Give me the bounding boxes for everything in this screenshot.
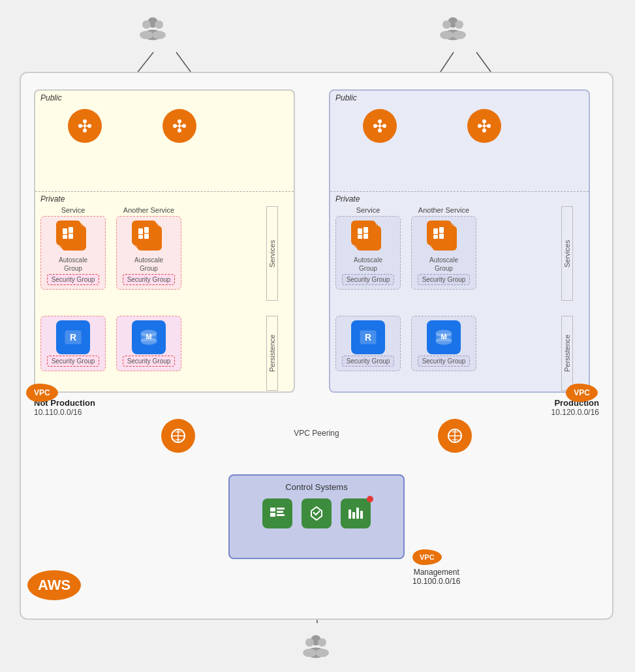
svg-point-20 <box>442 20 451 29</box>
svg-rect-94 <box>360 511 363 519</box>
autoscale-right-1-label: AutoscaleGroup <box>354 256 382 273</box>
router-left <box>161 419 195 453</box>
svg-point-15 <box>140 31 153 39</box>
svg-point-97 <box>305 638 314 647</box>
elb-left-2 <box>163 109 196 143</box>
sg-right-1-persistence: Security Group <box>342 356 395 367</box>
svg-rect-68 <box>358 235 362 239</box>
persistence-left-label: Persistence <box>266 316 278 391</box>
svg-point-23 <box>452 31 466 39</box>
user-icon-top-left <box>137 13 168 44</box>
sg-left-2-service: Security Group <box>123 274 176 285</box>
svg-point-37 <box>178 125 181 127</box>
aws-boundary: VPC Public <box>20 72 613 620</box>
svg-rect-90 <box>277 514 285 516</box>
elb-right-2 <box>467 109 501 143</box>
vpc-right-private: Private Service <box>330 192 589 391</box>
sg-left-1-service: Security Group <box>47 274 100 285</box>
svg-point-65 <box>483 125 486 127</box>
rds-left-icon: R <box>56 320 90 354</box>
svg-point-16 <box>155 20 163 29</box>
svg-rect-66 <box>358 228 362 234</box>
svg-rect-43 <box>144 227 149 233</box>
autoscale-left-2-icon <box>132 221 166 254</box>
vpc-right-public: Public <box>330 91 589 192</box>
autoscale-right-1-icon <box>351 221 385 254</box>
vpc-left-private-label: Private <box>40 194 65 204</box>
service-left-1-title: Service <box>61 206 85 214</box>
persistence-right-1: R Security Group <box>335 316 401 371</box>
svg-rect-91 <box>348 510 351 519</box>
svg-rect-69 <box>364 234 368 239</box>
service-right-2-title: Another Service <box>418 206 469 214</box>
autoscale-right-2-icon <box>427 221 461 254</box>
svg-point-100 <box>315 649 329 657</box>
vpc-left-persistence-row: R Security Group <box>40 316 278 401</box>
svg-rect-87 <box>270 513 275 517</box>
svg-text:M: M <box>441 333 446 341</box>
sg-right-2-service: Security Group <box>418 274 471 285</box>
vpc-left-services-row: Service <box>40 206 278 311</box>
service-right-2-box: AutoscaleGroup Security Group <box>411 216 476 290</box>
persistence-left-2-box: M Security Group <box>116 316 181 371</box>
vpc-right-private-label: Private <box>335 194 360 204</box>
aws-badge: AWS <box>27 570 81 600</box>
svg-point-98 <box>303 649 317 657</box>
svg-point-14 <box>142 20 151 29</box>
svg-point-58 <box>379 125 381 127</box>
persistence-right-1-box: R Security Group <box>335 316 401 371</box>
svg-rect-38 <box>63 228 67 234</box>
persistence-left-1: R Security Group <box>40 316 106 371</box>
svg-rect-42 <box>138 228 143 234</box>
opsworks-icon <box>262 498 292 528</box>
control-systems-title: Control Systems <box>285 482 347 492</box>
sg-left-1-persistence: Security Group <box>47 356 100 367</box>
rds-right-icon: R <box>351 320 385 354</box>
persistence-right-label: Persistence <box>561 316 573 391</box>
cloudformation-icon <box>302 498 332 528</box>
svg-point-17 <box>152 31 166 39</box>
services-left-label: Services <box>266 206 278 301</box>
vpc-left-badge: VPC <box>26 384 58 402</box>
persistence-left-1-box: R Security Group <box>40 316 106 371</box>
service-left-2-box: AutoscaleGroup Security Group <box>116 216 181 290</box>
sg-right-1-service: Security Group <box>342 274 395 285</box>
svg-rect-67 <box>364 227 368 233</box>
persistence-right-2: M Security Group <box>411 316 476 371</box>
vpc-right-public-label: Public <box>335 93 357 102</box>
persistence-left-2: M Security Group <box>116 316 181 371</box>
control-systems-box: Control Systems <box>228 474 405 559</box>
svg-rect-40 <box>63 235 67 239</box>
svg-rect-39 <box>69 227 73 233</box>
service-left-1: Service <box>40 206 106 290</box>
vpc-left-public-label: Public <box>40 93 62 102</box>
vpc-management-badge: VPC <box>412 549 442 565</box>
user-icon-top-right <box>437 13 469 44</box>
svg-rect-72 <box>433 235 438 239</box>
svg-text:R: R <box>70 332 76 343</box>
svg-point-30 <box>84 125 86 127</box>
svg-rect-88 <box>277 508 285 510</box>
autoscale-left-1-label: AutoscaleGroup <box>59 256 87 273</box>
svg-rect-44 <box>138 235 143 239</box>
svg-rect-93 <box>356 508 359 519</box>
svg-point-22 <box>455 20 463 29</box>
svg-rect-70 <box>433 228 438 234</box>
autoscale-right-2-label: AutoscaleGroup <box>429 256 458 273</box>
sg-left-2-persistence: Security Group <box>123 356 176 367</box>
elb-right-1 <box>363 109 397 143</box>
router-right <box>438 419 472 453</box>
svg-rect-45 <box>144 234 149 239</box>
persistence-right-2-box: M Security Group <box>411 316 476 371</box>
services-right-label: Services <box>561 206 573 301</box>
svg-point-21 <box>440 31 454 39</box>
cloudwatch-icon <box>341 498 371 528</box>
vpc-management-name: Management 10.100.0.0/16 <box>412 568 460 586</box>
service-right-1: Service <box>335 206 401 290</box>
vpc-left-private: Private Service <box>35 192 294 391</box>
svg-point-99 <box>318 638 326 647</box>
vpc-right-services-row: Service <box>335 206 573 311</box>
elasticache-left-icon: M <box>132 320 166 354</box>
svg-rect-73 <box>439 234 444 239</box>
svg-rect-41 <box>69 234 73 239</box>
